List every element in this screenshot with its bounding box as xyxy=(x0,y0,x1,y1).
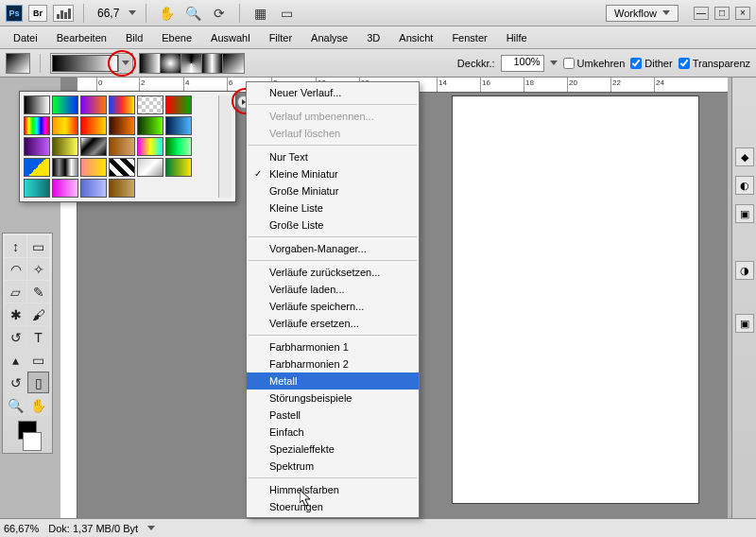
color-swatches[interactable] xyxy=(5,421,50,451)
flyout-item[interactable]: Farbharmonien 1 xyxy=(247,338,419,355)
zoom-tool-icon[interactable]: 🔍 xyxy=(5,394,26,416)
path-select-tool-icon[interactable]: ▴ xyxy=(5,349,26,371)
flyout-item[interactable]: Kleine Liste xyxy=(247,199,419,217)
move-tool-icon[interactable]: ↕ xyxy=(5,235,26,257)
menu-3d[interactable]: 3D xyxy=(359,29,387,46)
screen-mode-icon[interactable]: ▭ xyxy=(276,3,297,24)
history-brush-tool-icon[interactable]: ↺ xyxy=(5,326,26,348)
workspace-picker[interactable]: Workflow xyxy=(606,5,679,22)
menu-analyse[interactable]: Analyse xyxy=(303,29,355,46)
menu-bearbeiten[interactable]: Bearbeiten xyxy=(49,29,114,46)
shape-tool-icon[interactable]: ▭ xyxy=(27,349,49,371)
layers-panel-icon[interactable]: ◆ xyxy=(735,147,754,166)
gradient-swatch[interactable] xyxy=(109,95,135,114)
gradient-swatch[interactable] xyxy=(165,158,192,177)
channels-panel-icon[interactable]: ◐ xyxy=(735,176,754,195)
hand-tool-icon[interactable]: ✋ xyxy=(27,394,49,416)
flyout-item[interactable]: Große Miniatur xyxy=(247,182,419,199)
minimize-button[interactable]: — xyxy=(694,7,709,20)
zoom-dropdown-icon[interactable] xyxy=(129,10,136,15)
gradient-type-reflected[interactable] xyxy=(202,54,223,73)
magic-wand-tool-icon[interactable]: ✧ xyxy=(27,258,49,280)
gradient-swatch[interactable] xyxy=(24,137,50,156)
gradient-swatch[interactable] xyxy=(165,95,192,114)
gradient-swatch[interactable] xyxy=(137,158,163,177)
opacity-scrub-icon[interactable] xyxy=(550,61,558,65)
eyedropper-tool-icon[interactable]: ✎ xyxy=(27,281,49,303)
gradient-swatch[interactable] xyxy=(137,137,163,156)
canvas[interactable] xyxy=(453,96,698,503)
gradient-swatch[interactable] xyxy=(109,116,135,135)
gradient-swatch[interactable] xyxy=(137,95,163,114)
gradient-swatch[interactable] xyxy=(109,137,135,156)
flyout-item[interactable]: Stoerungen xyxy=(247,498,419,515)
hand-tool-icon[interactable]: ✋ xyxy=(156,3,177,24)
menu-ansicht[interactable]: Ansicht xyxy=(391,29,440,46)
gradient-swatch[interactable] xyxy=(109,179,135,198)
arrange-docs-icon[interactable]: ▦ xyxy=(249,3,270,24)
status-popup-icon[interactable] xyxy=(147,526,155,530)
menu-filter[interactable]: Filter xyxy=(262,29,300,46)
reverse-checkbox[interactable]: Umkehren xyxy=(563,58,626,69)
paths-panel-icon[interactable]: ▣ xyxy=(735,204,754,223)
gradient-type-angle[interactable] xyxy=(181,54,202,73)
flyout-item[interactable]: Neuer Verlauf... xyxy=(247,84,419,101)
flyout-item[interactable]: Einfach xyxy=(247,424,419,441)
spot-heal-tool-icon[interactable]: ✱ xyxy=(5,303,26,325)
gradient-swatch[interactable] xyxy=(137,116,163,135)
gradient-swatch[interactable] xyxy=(52,179,78,198)
flyout-item[interactable]: Kleine Miniatur xyxy=(247,165,419,182)
photo-panel-icon[interactable]: ▣ xyxy=(735,314,754,333)
gradient-swatch[interactable] xyxy=(109,158,135,177)
reverse-check-input[interactable] xyxy=(563,58,575,69)
gradient-swatch[interactable] xyxy=(80,158,107,177)
active-tool-thumb[interactable] xyxy=(6,53,30,74)
flyout-item[interactable]: Spektrum xyxy=(247,458,419,475)
menu-hilfe[interactable]: Hilfe xyxy=(499,29,535,46)
gradient-type-diamond[interactable] xyxy=(223,54,244,73)
restore-button[interactable]: □ xyxy=(714,7,730,20)
opacity-input[interactable]: 100% xyxy=(501,55,544,72)
menu-datei[interactable]: Datei xyxy=(6,29,45,46)
flyout-item[interactable]: Spezialeffekte xyxy=(247,441,419,458)
marquee-tool-icon[interactable]: ▭ xyxy=(27,235,49,257)
gradient-swatch[interactable] xyxy=(24,158,50,177)
gradient-swatch[interactable] xyxy=(24,116,50,135)
rotate-view-icon[interactable]: ⟳ xyxy=(209,3,230,24)
menu-auswahl[interactable]: Auswahl xyxy=(203,29,258,46)
gradient-swatch[interactable] xyxy=(80,116,107,135)
flyout-item[interactable]: Farbharmonien 2 xyxy=(247,355,419,372)
rotate-view-tool-icon[interactable]: ↺ xyxy=(5,372,26,393)
gradient-picker-dropdown[interactable] xyxy=(118,55,131,72)
dither-checkbox[interactable]: Dither xyxy=(630,58,672,69)
flyout-item[interactable]: Verläufe laden... xyxy=(247,281,419,298)
flyout-item[interactable]: Nur Text xyxy=(247,148,419,165)
zoom-tool-icon[interactable]: 🔍 xyxy=(182,3,203,24)
gradient-sample-picker[interactable] xyxy=(50,53,133,74)
bridge-icon[interactable]: Br xyxy=(28,5,47,22)
transparency-check-input[interactable] xyxy=(679,58,690,69)
flyout-item[interactable]: Verläufe speichern... xyxy=(247,298,419,315)
menu-ebene[interactable]: Ebene xyxy=(154,29,199,46)
close-button[interactable]: × xyxy=(735,7,750,20)
gradient-swatch[interactable] xyxy=(80,179,107,198)
gradient-swatch[interactable] xyxy=(52,116,78,135)
menu-bild[interactable]: Bild xyxy=(118,29,150,46)
brush-tool-icon[interactable]: 🖌 xyxy=(27,303,49,325)
gradient-swatch[interactable] xyxy=(52,158,78,177)
flyout-item[interactable]: Verläufe ersetzen... xyxy=(247,315,419,332)
lasso-tool-icon[interactable]: ◠ xyxy=(5,258,26,280)
background-swatch[interactable] xyxy=(23,432,42,451)
status-zoom[interactable]: 66,67% xyxy=(4,523,39,534)
gradient-swatch[interactable] xyxy=(80,137,107,156)
zoom-level[interactable]: 66,7 xyxy=(94,7,123,20)
gradient-swatch[interactable] xyxy=(165,137,192,156)
flyout-item[interactable]: Metall xyxy=(247,372,419,390)
dither-check-input[interactable] xyxy=(630,58,642,69)
gradient-swatch[interactable] xyxy=(165,116,192,135)
gradient-popup-scrollbar[interactable] xyxy=(218,95,232,198)
flyout-item[interactable]: Himmelsfarben xyxy=(247,481,419,498)
gradient-swatch[interactable] xyxy=(24,179,50,198)
transparency-checkbox[interactable]: Transparenz xyxy=(679,58,750,69)
adjustments-panel-icon[interactable]: ◑ xyxy=(735,261,754,280)
